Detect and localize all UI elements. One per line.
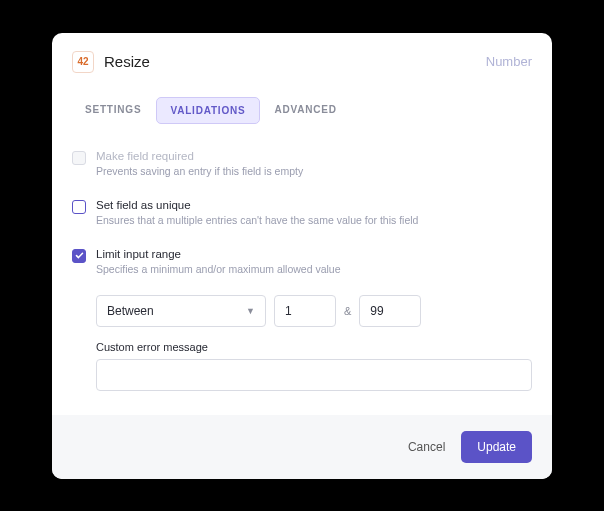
tabs: SETTINGS VALIDATIONS ADVANCED <box>52 83 552 140</box>
range-label: Limit input range <box>96 248 341 260</box>
check-icon <box>75 251 84 260</box>
required-checkbox[interactable] <box>72 151 86 165</box>
range-row: Between ▼ & <box>96 295 532 327</box>
unique-label: Set field as unique <box>96 199 418 211</box>
field-settings-modal: 42 Resize Number SETTINGS VALIDATIONS AD… <box>52 33 552 479</box>
field-title: Resize <box>104 53 476 70</box>
error-message-group: Custom error message <box>96 341 532 391</box>
error-message-label: Custom error message <box>96 341 532 353</box>
tab-advanced[interactable]: ADVANCED <box>262 97 350 124</box>
range-config: Between ▼ & Custom error message <box>72 287 532 391</box>
update-button[interactable]: Update <box>461 431 532 463</box>
required-label: Make field required <box>96 150 303 162</box>
modal-body: Make field required Prevents saving an e… <box>52 140 552 415</box>
cancel-button[interactable]: Cancel <box>408 440 445 454</box>
chevron-down-icon: ▼ <box>246 306 255 316</box>
option-required: Make field required Prevents saving an e… <box>72 140 532 189</box>
range-checkbox[interactable] <box>72 249 86 263</box>
field-type-label: Number <box>486 54 532 69</box>
range-sub: Specifies a minimum and/or maximum allow… <box>96 263 341 275</box>
required-sub: Prevents saving an entry if this field i… <box>96 165 303 177</box>
modal-header: 42 Resize Number <box>52 33 552 83</box>
range-min-input[interactable] <box>274 295 336 327</box>
unique-sub: Ensures that a multiple entries can't ha… <box>96 214 418 226</box>
field-type-badge: 42 <box>72 51 94 73</box>
range-mode-value: Between <box>107 304 154 318</box>
option-range: Limit input range Specifies a minimum an… <box>72 238 532 287</box>
range-max-input[interactable] <box>359 295 421 327</box>
range-mode-select[interactable]: Between ▼ <box>96 295 266 327</box>
range-ampersand: & <box>344 305 351 317</box>
error-message-input[interactable] <box>96 359 532 391</box>
option-unique: Set field as unique Ensures that a multi… <box>72 189 532 238</box>
tab-settings[interactable]: SETTINGS <box>72 97 154 124</box>
tab-validations[interactable]: VALIDATIONS <box>156 97 259 124</box>
unique-checkbox[interactable] <box>72 200 86 214</box>
modal-footer: Cancel Update <box>52 415 552 479</box>
